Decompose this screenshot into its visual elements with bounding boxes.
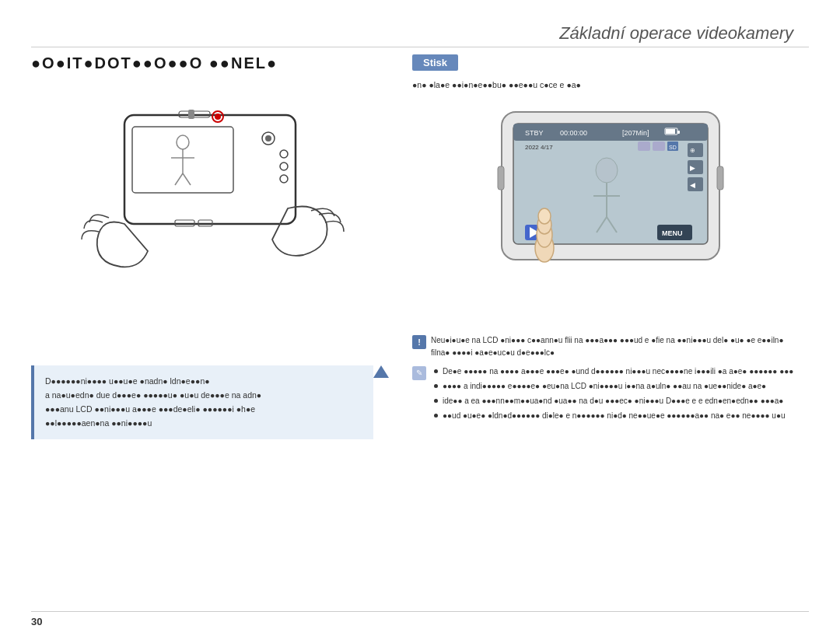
page-title: Základní operace videokamery	[559, 23, 793, 44]
svg-text:▶: ▶	[690, 164, 695, 172]
stisk-badge: Stisk	[412, 54, 458, 71]
bullet-dot	[434, 414, 438, 418]
svg-text:MENU: MENU	[662, 229, 683, 237]
page-container: Základní operace videokamery ●O●IT●DOT●●…	[0, 0, 840, 643]
svg-text:STBY: STBY	[525, 129, 544, 137]
svg-rect-48	[498, 166, 504, 190]
section-heading: ●O●IT●DOT●●O●●O ●●NEL●	[31, 54, 389, 72]
note-list: De●e ●●●●● na ●●●● a●●●e ●●●e● ●und d●●●…	[434, 365, 793, 425]
bullet-dot	[434, 399, 438, 403]
svg-rect-29	[653, 142, 665, 151]
warning-section: ! Neu●i●u●e na LCD ●ni●●● c●●ann●u flii …	[412, 334, 801, 425]
info-box-text: D●●●●●●ni●●●● u●●u●e ●nadn● ldn●e●●n● a …	[45, 375, 362, 430]
camera-illustration	[62, 84, 358, 286]
info-triangle-icon	[373, 365, 389, 378]
svg-point-11	[265, 135, 271, 142]
svg-line-5	[175, 173, 183, 185]
svg-text:[207Min]: [207Min]	[622, 129, 649, 137]
list-item: ●●●● a indi●●●●● e●●●●e● ●eu●na LCD ●ni●…	[434, 380, 793, 393]
left-section: ●O●IT●DOT●●O●●O ●●NEL●	[31, 54, 389, 294]
warning-main-text: Neu●i●u●e na LCD ●ni●●● c●●ann●u flii na…	[431, 334, 801, 359]
warning-icon: !	[412, 335, 426, 349]
svg-text:2022  4/17: 2022 4/17	[525, 144, 553, 151]
svg-point-2	[177, 135, 189, 149]
list-item: ●●ud ●u●e● ●ldn●d●●●●●● di●le● e n●●●●●●…	[434, 410, 793, 422]
svg-text:⊕: ⊕	[690, 147, 695, 154]
list-item: De●e ●●●●● na ●●●● a●●●e ●●●e● ●und d●●●…	[434, 365, 793, 378]
bottom-divider	[31, 611, 809, 612]
note-icon: ✎	[412, 366, 426, 380]
note-section: ✎ De●e ●●●●● na ●●●● a●●●e ●●●e● ●und d●…	[412, 365, 801, 425]
svg-rect-17	[188, 110, 194, 119]
svg-point-52	[538, 208, 551, 224]
header-divider	[31, 47, 809, 47]
svg-point-15	[215, 114, 221, 120]
svg-line-6	[183, 173, 191, 185]
svg-rect-26	[666, 129, 675, 134]
list-item: ide●● a ea ●●●nn●●m●●ua●nd ●ua●● na d●u …	[434, 395, 793, 407]
right-section: Stisk ●n● ●la●e ●●i●n●e●●bu● ●●e●●u c●ce…	[412, 54, 809, 295]
bullet-dot	[434, 384, 438, 388]
svg-point-10	[280, 175, 288, 183]
svg-rect-47	[717, 166, 723, 190]
svg-point-38	[596, 158, 618, 183]
right-description: ●n● ●la●e ●●i●n●e●●bu● ●●e●●u c●ce e ●a●	[412, 79, 786, 93]
info-box: D●●●●●●ni●●●● u●●u●e ●nadn● ldn●e●●n● a …	[31, 365, 373, 439]
svg-rect-28	[638, 142, 650, 151]
svg-rect-25	[677, 131, 680, 134]
svg-point-8	[280, 150, 288, 158]
svg-rect-0	[124, 115, 296, 224]
warning-line-main: ! Neu●i●u●e na LCD ●ni●●● c●●ann●u flii …	[412, 334, 801, 359]
page-number: 30	[31, 616, 42, 627]
svg-text:◀: ◀	[690, 181, 695, 189]
svg-text:00:00:00: 00:00:00	[560, 129, 587, 137]
bullet-dot	[434, 369, 438, 373]
svg-point-9	[280, 162, 288, 170]
lcd-screen-illustration: STBY 00:00:00 [207Min] 2022 4/17 SD	[486, 104, 735, 283]
svg-text:SD: SD	[669, 145, 677, 150]
